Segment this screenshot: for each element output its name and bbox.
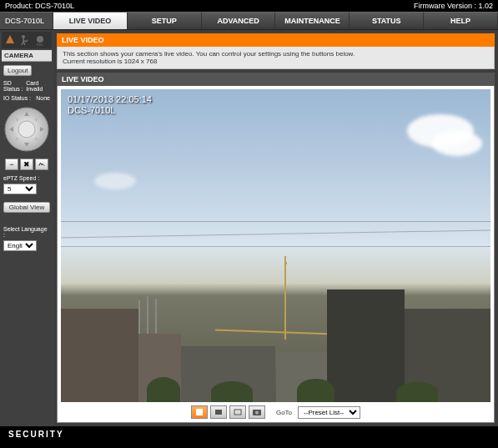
- profile2-button[interactable]: [210, 405, 227, 419]
- tab-maintenance[interactable]: MAINTENANCE: [275, 13, 350, 29]
- tab-live-video[interactable]: LIVE VIDEO: [53, 13, 128, 29]
- section-title: LIVE VIDEO: [57, 73, 495, 86]
- osd-timestamp: 01/17/2013 22:05:14: [68, 94, 152, 105]
- tab-status[interactable]: STATUS: [350, 13, 424, 29]
- ptz-control[interactable]: [4, 107, 49, 152]
- page-title: LIVE VIDEO: [57, 33, 495, 47]
- svg-point-1: [37, 36, 43, 43]
- tab-help[interactable]: HELP: [424, 13, 498, 29]
- svg-rect-6: [215, 410, 222, 415]
- svg-text:REC: REC: [37, 43, 44, 47]
- content-area: LIVE VIDEO This section shows your camer…: [53, 30, 498, 426]
- ptz-speed-select[interactable]: 5: [3, 184, 37, 194]
- global-view-button[interactable]: Global View: [3, 202, 50, 213]
- svg-point-4: [18, 121, 35, 138]
- device-name: DCS-7010L: [0, 13, 53, 29]
- video-controls: GoTo --Preset List--: [61, 402, 490, 419]
- logout-button[interactable]: Logout: [3, 65, 32, 76]
- zoom-out-button[interactable]: −: [5, 159, 18, 170]
- page-description: This section shows your camera's live vi…: [57, 47, 495, 69]
- io-status-label: IO Status :: [3, 95, 31, 101]
- ptz-speed-label: ePTZ Speed :: [2, 174, 52, 181]
- osd-device: DCS-7010L: [68, 105, 152, 116]
- sd-status-label: SD Status :: [3, 80, 26, 92]
- camera-header: CAMERA: [2, 50, 52, 62]
- nav-tabs: LIVE VIDEO SETUP ADVANCED MAINTENANCE ST…: [53, 13, 498, 29]
- alarm-icon[interactable]: [3, 33, 17, 47]
- goto-label: GoTo: [276, 409, 292, 416]
- product-label: Product: DCS-7010L: [5, 2, 74, 10]
- video-feed: 01/17/2013 22:05:14 DCS-7010L: [61, 89, 490, 402]
- profile1-button[interactable]: [191, 405, 208, 419]
- sidebar: REC CAMERA Logout SD Status :Card Invali…: [0, 30, 53, 426]
- tab-setup[interactable]: SETUP: [128, 13, 202, 29]
- io-status-value: None: [36, 95, 50, 101]
- zoom-in-button[interactable]: [35, 159, 48, 170]
- motion-icon[interactable]: [18, 33, 32, 47]
- svg-rect-7: [234, 410, 241, 415]
- home-button[interactable]: ✖: [20, 159, 33, 170]
- language-select[interactable]: English: [3, 240, 37, 251]
- preset-select[interactable]: --Preset List--: [298, 406, 360, 419]
- sd-status-value: Card Invalid: [26, 80, 50, 92]
- tab-advanced[interactable]: ADVANCED: [202, 13, 276, 29]
- firmware-label: Firmware Version : 1.02: [414, 2, 493, 10]
- footer-brand: SECURITY: [0, 426, 498, 442]
- svg-point-9: [255, 411, 259, 415]
- record-icon[interactable]: REC: [33, 33, 47, 47]
- svg-rect-5: [196, 409, 203, 415]
- svg-point-0: [22, 35, 25, 38]
- snapshot-button[interactable]: [249, 405, 265, 419]
- language-label: Select Language :: [2, 224, 52, 238]
- mode-icons: REC: [2, 32, 52, 48]
- profile3-button[interactable]: [229, 405, 246, 419]
